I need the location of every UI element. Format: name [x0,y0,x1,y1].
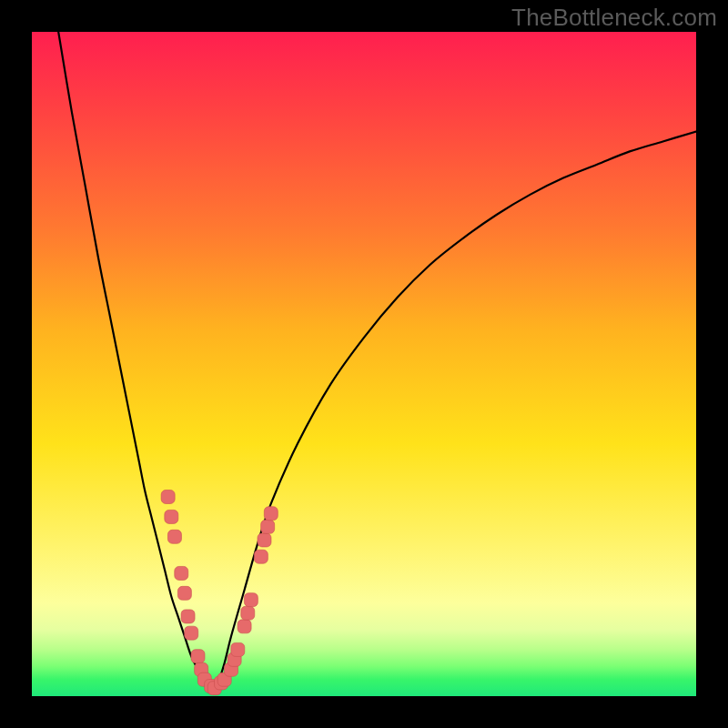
marker-point [258,533,271,547]
marker-point [167,530,181,543]
curve-svg [32,32,696,696]
marker-point [241,606,255,620]
marker-point [185,626,198,640]
chart-frame: TheBottleneck.com [0,0,728,728]
marker-point [254,550,268,563]
marker-point [191,650,205,663]
marker-point [238,620,251,633]
marker-group [161,490,278,695]
marker-point [177,586,191,600]
marker-point [231,642,245,656]
marker-point [264,507,278,521]
marker-point [175,566,188,580]
marker-point [261,520,275,533]
marker-point [181,610,195,623]
plot-area [32,32,696,696]
marker-point [165,510,178,523]
marker-point [244,593,258,607]
watermark-text: TheBottleneck.com [511,4,717,32]
marker-point [161,490,175,504]
right-branch-path [211,132,696,693]
